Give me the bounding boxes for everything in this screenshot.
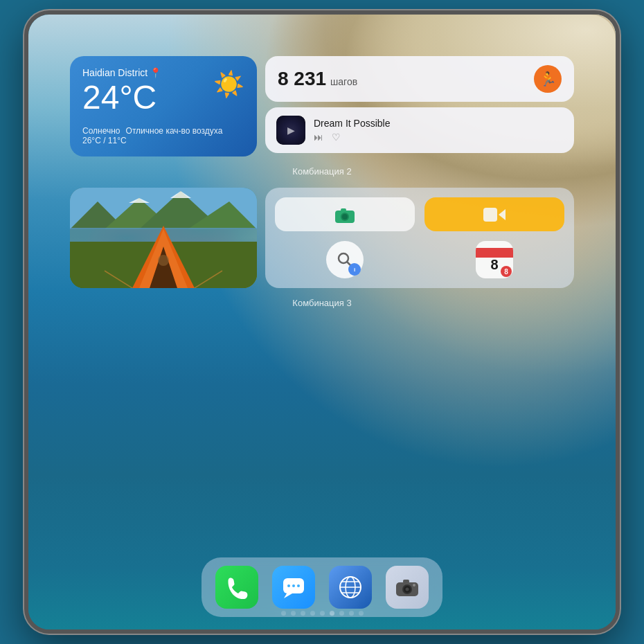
- browser-icon-svg: [337, 574, 364, 600]
- app-grid-widget: i 8 8: [265, 188, 574, 288]
- video-icon: [482, 205, 507, 224]
- svg-marker-26: [284, 593, 292, 598]
- calendar-day: 8: [490, 258, 498, 271]
- search-app-icon[interactable]: i: [275, 241, 415, 278]
- svg-text:i: i: [354, 267, 355, 273]
- camping-photo-svg: [70, 188, 257, 288]
- music-like-button[interactable]: ♡: [332, 132, 341, 143]
- music-widget[interactable]: Dream It Possible ⏭ ♡: [265, 107, 574, 153]
- weather-sun-icon: ☀️: [213, 70, 244, 99]
- svg-rect-19: [483, 208, 497, 222]
- svg-point-40: [413, 584, 415, 587]
- right-widgets: 8 231 шагов 🏃 Dream It Possible: [265, 56, 574, 156]
- svg-point-38: [406, 588, 409, 591]
- music-album-inner: [276, 116, 305, 145]
- steps-info: 8 231 шагов: [278, 68, 357, 90]
- combo-2-row: i 8 8: [70, 188, 574, 288]
- music-info: Dream It Possible ⏭ ♡: [314, 118, 563, 143]
- music-title: Dream It Possible: [314, 118, 563, 129]
- svg-rect-39: [403, 580, 409, 583]
- svg-point-27: [287, 584, 290, 587]
- weather-location: Haidian District 📍: [82, 67, 161, 78]
- combo-1-row: Haidian District 📍 24°C ☀️ Солнечно Отли…: [70, 56, 574, 156]
- weather-top: Haidian District 📍 24°C ☀️: [82, 67, 244, 117]
- phone-icon-svg: [225, 575, 249, 599]
- tablet-frame: Haidian District 📍 24°C ☀️ Солнечно Отли…: [24, 10, 620, 634]
- weather-widget[interactable]: Haidian District 📍 24°C ☀️ Солнечно Отли…: [70, 56, 257, 156]
- steps-count: 8 231: [278, 68, 326, 90]
- weather-bottom: Солнечно Отличное кач-во воздуха 26°C / …: [82, 126, 244, 145]
- search-icon-wrap: i: [326, 241, 364, 278]
- search-badge: i: [348, 263, 361, 276]
- combo-1-label: Комбинация 2: [70, 166, 574, 177]
- svg-rect-18: [341, 208, 346, 211]
- svg-point-29: [297, 584, 300, 587]
- video-app-icon[interactable]: [424, 197, 564, 231]
- combo-2-label: Комбинация 3: [70, 298, 574, 308]
- weather-temp: 24°C: [82, 81, 161, 114]
- location-pin-icon: 📍: [150, 67, 161, 78]
- dock-browser-icon[interactable]: [329, 566, 372, 609]
- camera-icon: [334, 205, 356, 224]
- svg-point-17: [342, 214, 348, 220]
- widgets-area: Haidian District 📍 24°C ☀️ Солнечно Отли…: [28, 15, 616, 311]
- camera-dock-icon-svg: [395, 576, 420, 598]
- dock-phone-icon[interactable]: [215, 566, 258, 609]
- calendar-header: [476, 248, 513, 258]
- svg-marker-20: [499, 209, 506, 220]
- steps-widget[interactable]: 8 231 шагов 🏃: [265, 56, 574, 102]
- weather-range: 26°C / 11°C: [82, 136, 244, 145]
- music-album-art: [276, 116, 305, 145]
- calendar-app-icon[interactable]: 8 8: [424, 241, 564, 278]
- svg-point-12: [158, 255, 169, 266]
- messages-icon-svg: [281, 575, 306, 600]
- steps-run-icon: 🏃: [534, 65, 562, 93]
- dock: [202, 557, 442, 617]
- music-controls: ⏭ ♡: [314, 132, 563, 143]
- steps-label: шагов: [330, 76, 357, 87]
- svg-point-28: [292, 584, 295, 587]
- photo-widget[interactable]: [70, 188, 257, 288]
- screen-content: Haidian District 📍 24°C ☀️ Солнечно Отли…: [28, 15, 616, 629]
- calendar-badge: 8: [501, 266, 512, 277]
- weather-desc: Солнечно Отличное кач-во воздуха: [82, 126, 244, 136]
- music-next-button[interactable]: ⏭: [314, 132, 323, 143]
- dock-messages-icon[interactable]: [272, 566, 315, 609]
- dock-camera-icon[interactable]: [386, 566, 429, 609]
- calendar-icon-wrap: 8 8: [476, 241, 513, 278]
- camera-app-icon[interactable]: [275, 197, 415, 231]
